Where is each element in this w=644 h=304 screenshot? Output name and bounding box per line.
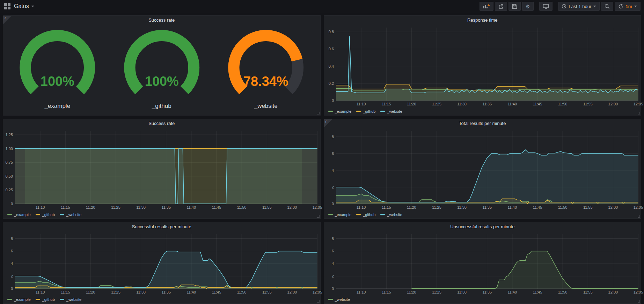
share-button[interactable] (495, 2, 507, 11)
svg-text:11:35: 11:35 (161, 205, 171, 209)
svg-text:11:55: 11:55 (583, 205, 592, 209)
svg-text:11:30: 11:30 (136, 290, 146, 294)
legend-item[interactable]: _github (356, 109, 375, 113)
settings-button[interactable]: ⚙ (522, 2, 534, 11)
gear-icon: ⚙ (526, 4, 530, 9)
svg-text:11:25: 11:25 (432, 290, 441, 294)
time-range-picker[interactable]: Last 1 hour (558, 2, 600, 11)
panel-resize-handle[interactable] (638, 300, 640, 303)
legend-item[interactable]: _website (380, 213, 402, 217)
legend-series-label: _github (363, 109, 375, 113)
successful-results-chart[interactable]: 11:1011:1511:2011:2511:3011:3511:4011:45… (3, 231, 320, 296)
unsuccessful-results-chart[interactable]: 11:1011:1511:2011:2511:3011:3511:4011:45… (324, 231, 641, 296)
panel-resize-handle[interactable] (317, 112, 320, 114)
zoom-out-button[interactable] (601, 2, 613, 11)
total-results-chart[interactable]: 11:1011:1511:2011:2511:3011:3511:4011:45… (324, 128, 641, 211)
info-icon: i (5, 16, 6, 20)
dashboard-title-dropdown[interactable]: Gatus (14, 3, 34, 9)
panel-resize-handle[interactable] (638, 215, 640, 218)
legend-item[interactable]: _github (36, 213, 55, 217)
svg-text:11:50: 11:50 (558, 205, 567, 209)
legend-series-marker (328, 299, 333, 300)
svg-text:0: 0 (11, 287, 13, 291)
svg-text:12:05: 12:05 (633, 205, 643, 209)
panel-title[interactable]: Response time (324, 16, 641, 25)
dashboards-grid-icon[interactable] (4, 3, 10, 9)
save-button[interactable] (508, 2, 521, 11)
svg-text:6: 6 (331, 249, 334, 253)
legend-item[interactable]: _example (7, 213, 31, 217)
svg-text:11:15: 11:15 (61, 205, 70, 209)
svg-text:11:35: 11:35 (482, 205, 492, 209)
panel-title[interactable]: Total results per minute (324, 119, 641, 128)
panel-resize-handle[interactable] (317, 300, 320, 303)
chevron-down-icon (31, 6, 34, 7)
legend-series-label: _github (363, 213, 375, 217)
svg-text:2: 2 (11, 274, 13, 278)
legend-item[interactable]: _github (356, 213, 375, 217)
legend-series-marker (356, 214, 361, 215)
svg-text:6: 6 (331, 151, 334, 156)
legend-series-label: _website (66, 297, 81, 302)
panel-success-rate-timeseries: Success rate 11:1011:1511:2011:2511:3011… (3, 119, 321, 219)
panel-response-time: Response time 11:1011:1511:2011:2511:301… (324, 15, 642, 116)
legend-series-marker (380, 111, 385, 112)
legend-item[interactable]: _website (380, 109, 402, 113)
panel-unsuccessful-results: Unsuccessful results per minute 11:1011:… (324, 222, 642, 304)
svg-text:12:00: 12:00 (287, 205, 297, 209)
legend-series-label: _website (387, 213, 402, 217)
response-time-chart[interactable]: 11:1011:1511:2011:2511:3011:3511:4011:45… (324, 25, 641, 107)
info-icon: i (325, 119, 327, 123)
gauge-arc: 100% (110, 26, 214, 103)
svg-text:11:25: 11:25 (432, 205, 441, 209)
panel-successful-results: Successful results per minute 11:1011:15… (3, 222, 321, 304)
panel-title[interactable]: Success rate (3, 119, 320, 128)
tv-mode-button[interactable] (539, 2, 552, 11)
svg-text:11:20: 11:20 (407, 205, 416, 209)
success-rate-chart[interactable]: 11:1011:1511:2011:2511:3011:3511:4011:45… (3, 128, 320, 211)
panel-resize-handle[interactable] (317, 215, 320, 218)
panel-info-corner[interactable]: i (324, 119, 332, 127)
panel-title[interactable]: Successful results per minute (3, 222, 320, 231)
legend-series-label: _example (335, 109, 352, 113)
svg-text:0.25: 0.25 (6, 188, 13, 192)
svg-text:11:45: 11:45 (533, 205, 542, 209)
legend-series-label: _website (66, 213, 81, 217)
svg-text:11:40: 11:40 (187, 290, 196, 294)
panel-resize-handle[interactable] (638, 112, 640, 114)
gauge-row: 100% _example 100% _github 78.34% _websi… (3, 25, 320, 115)
legend-item[interactable]: _website (60, 213, 81, 217)
svg-text:11:20: 11:20 (407, 102, 416, 106)
gauge-label: _github (110, 103, 214, 112)
legend-item[interactable]: _example (328, 109, 352, 113)
legend-series-label: _website (387, 109, 402, 113)
add-panel-button[interactable] (480, 2, 493, 11)
save-icon (512, 4, 517, 9)
panel-title[interactable]: Unsuccessful results per minute (324, 222, 641, 231)
svg-text:12:05: 12:05 (313, 205, 322, 209)
panel-title[interactable]: Success rate (3, 16, 320, 25)
clock-icon (562, 4, 566, 9)
svg-text:12:00: 12:00 (287, 290, 297, 294)
svg-text:11:30: 11:30 (136, 205, 146, 209)
refresh-interval-label: 1m (625, 4, 632, 9)
gauge-example: 100% _example (5, 26, 110, 112)
legend-item[interactable]: _example (7, 297, 31, 302)
svg-text:8: 8 (11, 237, 13, 241)
legend-item[interactable]: _github (36, 297, 55, 302)
svg-text:1.00: 1.00 (6, 147, 13, 151)
svg-text:0: 0 (11, 202, 13, 206)
svg-text:11:30: 11:30 (457, 290, 467, 294)
chevron-down-icon (593, 6, 596, 7)
legend-item[interactable]: _website (328, 297, 350, 302)
svg-text:8: 8 (331, 135, 334, 139)
svg-text:11:25: 11:25 (432, 102, 441, 106)
panel-info-corner[interactable]: i (3, 16, 12, 24)
legend-item[interactable]: _website (60, 297, 81, 302)
svg-text:8: 8 (331, 237, 334, 241)
grid-square (8, 3, 10, 6)
legend-item[interactable]: _example (328, 213, 352, 217)
refresh-button[interactable]: 1m (615, 2, 641, 11)
svg-text:11:45: 11:45 (212, 290, 221, 294)
svg-text:11:30: 11:30 (457, 205, 467, 209)
